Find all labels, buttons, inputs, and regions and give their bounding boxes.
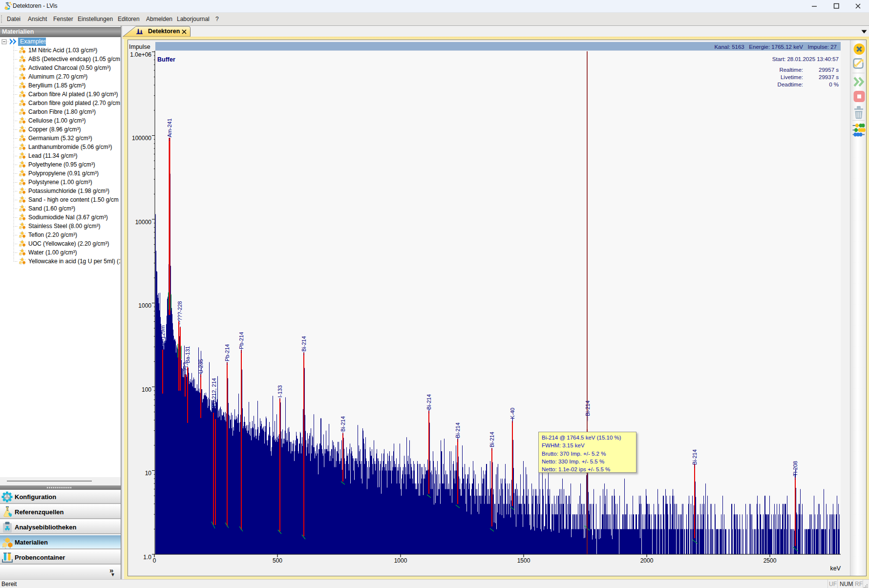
svg-text:2500: 2500 [763, 557, 777, 564]
svg-text:???-228: ???-228 [177, 301, 183, 321]
svg-text:U-235: U-235 [198, 359, 204, 374]
svg-text:Te-129m: Te-129m [160, 325, 166, 346]
svg-text:1000: 1000 [138, 302, 151, 309]
svg-text:29957 s: 29957 s [819, 67, 839, 73]
svg-text:Bi-214: Bi-214 [340, 416, 346, 432]
svg-text:Buffer: Buffer [157, 56, 175, 63]
svg-text:Start: 28.01.2025 13:40:57: Start: 28.01.2025 13:40:57 [772, 56, 839, 62]
svg-text:Deadtime:: Deadtime: [778, 82, 803, 87]
svg-text:100000: 100000 [132, 135, 151, 142]
svg-text:500: 500 [273, 557, 282, 564]
svg-text:Pb-214: Pb-214 [238, 332, 244, 349]
svg-text:Impulse: Impulse [129, 43, 150, 50]
svg-text:Bi-214: Bi-214 [426, 394, 432, 410]
svg-text:1500: 1500 [517, 557, 530, 564]
svg-text:1.0e+06: 1.0e+06 [130, 51, 151, 58]
svg-text:Bi-214: Bi-214 [301, 336, 307, 352]
svg-text:10000: 10000 [135, 219, 152, 226]
svg-text:2000: 2000 [640, 557, 654, 564]
svg-text:Ba-131: Ba-131 [185, 346, 191, 363]
svg-text:Tl-208: Tl-208 [792, 461, 798, 476]
svg-text:K-40: K-40 [509, 408, 515, 419]
svg-text:keV: keV [830, 565, 841, 572]
svg-text:29937 s: 29937 s [819, 74, 839, 80]
svg-text:100: 100 [142, 386, 151, 393]
svg-text:0 %: 0 % [829, 82, 839, 87]
svg-text:0: 0 [153, 557, 156, 564]
svg-text:Bi-214: Bi-214 [585, 400, 591, 416]
svg-text:Livetime:: Livetime: [781, 74, 803, 80]
svg-text:Pb-214: Pb-214 [224, 344, 230, 361]
svg-text:Kanal: 5163 Energie: 1765.12: Kanal: 5163 Energie: 1765.12 keV Impulse… [714, 44, 837, 50]
svg-text:1000: 1000 [394, 557, 407, 564]
svg-text:10: 10 [145, 470, 152, 477]
svg-text:Pb-212, 214: Pb-212, 214 [211, 378, 217, 407]
svg-text:Bi-214: Bi-214 [455, 422, 461, 438]
svg-text:Bi-214: Bi-214 [489, 432, 495, 447]
svg-text:Realtime:: Realtime: [779, 67, 803, 73]
svg-text:Bi-214: Bi-214 [692, 449, 698, 465]
svg-text:Am-241: Am-241 [167, 118, 172, 137]
svg-text:1.0: 1.0 [143, 554, 151, 561]
svg-text:I-133: I-133 [277, 385, 283, 398]
